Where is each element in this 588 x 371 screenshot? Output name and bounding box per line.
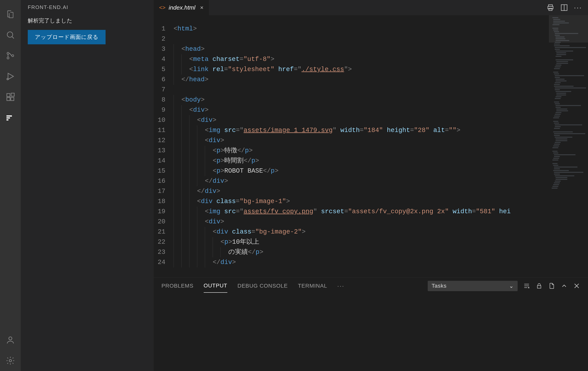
split-editor-icon[interactable] xyxy=(560,4,568,11)
extensions-icon[interactable] xyxy=(0,87,21,107)
svg-point-4 xyxy=(12,55,14,57)
more-actions-icon[interactable]: ··· xyxy=(574,3,582,12)
svg-point-14 xyxy=(9,337,12,340)
search-icon[interactable] xyxy=(0,25,21,45)
main-area: <> index.html × ··· 1<html>23<head>4<met… xyxy=(154,0,588,371)
clear-output-icon[interactable] xyxy=(523,282,530,289)
status-text: 解析完了しました xyxy=(28,14,147,30)
code-line[interactable]: 8<body> xyxy=(154,95,549,105)
tab-filename: index.html xyxy=(169,4,196,11)
code-line[interactable]: 19<img src="assets/fv_copy.png" srcset="… xyxy=(154,207,549,217)
svg-rect-12 xyxy=(6,117,10,119)
line-number: 18 xyxy=(154,196,172,207)
svg-rect-7 xyxy=(7,93,10,97)
svg-point-2 xyxy=(7,52,9,54)
line-number: 7 xyxy=(154,85,172,95)
svg-line-1 xyxy=(12,37,14,39)
line-number: 9 xyxy=(154,105,172,115)
output-channel-label: Tasks xyxy=(432,283,447,289)
code-line[interactable]: 9<div> xyxy=(154,105,549,115)
code-line[interactable]: 2 xyxy=(154,34,549,44)
tab-close-icon[interactable]: × xyxy=(199,4,203,11)
code-line[interactable]: 21<div class="bg-image-2"> xyxy=(154,227,549,237)
svg-rect-11 xyxy=(6,115,12,117)
line-number: 5 xyxy=(154,64,172,75)
code-line[interactable]: 3<head> xyxy=(154,44,549,54)
code-line[interactable]: 15<p>ROBOT BASE</p> xyxy=(154,166,549,176)
code-line[interactable]: 6</head> xyxy=(154,75,549,85)
line-number: 11 xyxy=(154,125,172,136)
settings-gear-icon[interactable] xyxy=(0,350,21,371)
back-to-upload-button[interactable]: アップロード画面に戻る xyxy=(28,30,105,44)
source-control-icon[interactable] xyxy=(0,45,21,66)
minimap[interactable] xyxy=(549,15,588,277)
editor-actions: ··· xyxy=(541,0,588,15)
line-number: 6 xyxy=(154,75,172,85)
html-file-icon: <> xyxy=(159,4,166,11)
line-number: 20 xyxy=(154,217,172,227)
tab-index-html[interactable]: <> index.html × xyxy=(154,0,209,15)
code-line[interactable]: 14<p>時間割</p> xyxy=(154,156,549,166)
sidebar-title: FRONT-END.AI xyxy=(21,0,154,14)
svg-rect-26 xyxy=(537,286,541,288)
bottom-panel: PROBLEMS OUTPUT DEBUG CONSOLE TERMINAL ·… xyxy=(154,277,588,371)
line-number: 12 xyxy=(154,136,172,146)
line-number: 14 xyxy=(154,156,172,166)
code-line[interactable]: 7 xyxy=(154,85,549,95)
run-debug-icon[interactable] xyxy=(0,66,21,87)
code-line[interactable]: 24</div> xyxy=(154,257,549,268)
activity-bar xyxy=(0,0,21,371)
svg-rect-9 xyxy=(11,97,14,100)
line-number: 24 xyxy=(154,257,172,268)
panel-tab-output[interactable]: OUTPUT xyxy=(204,279,227,293)
panel-tab-debug-console[interactable]: DEBUG CONSOLE xyxy=(238,279,288,292)
panel-more-icon[interactable]: ··· xyxy=(337,282,345,289)
line-number: 10 xyxy=(154,115,172,125)
svg-point-0 xyxy=(7,32,13,37)
code-line[interactable]: 20<div> xyxy=(154,217,549,227)
code-line[interactable]: 17</div> xyxy=(154,186,549,196)
line-number: 2 xyxy=(154,34,172,44)
line-number: 15 xyxy=(154,166,172,176)
print-icon[interactable] xyxy=(546,4,554,11)
line-number: 4 xyxy=(154,54,172,64)
svg-rect-13 xyxy=(6,119,8,120)
line-number: 8 xyxy=(154,95,172,105)
svg-point-6 xyxy=(7,78,8,80)
svg-rect-18 xyxy=(549,8,552,10)
explorer-icon[interactable] xyxy=(0,4,21,25)
close-panel-icon[interactable] xyxy=(573,282,580,289)
code-line[interactable]: 11<img src="assets/image_1_1479.svg" wid… xyxy=(154,125,549,136)
code-line[interactable]: 1<html> xyxy=(154,24,549,34)
line-number: 3 xyxy=(154,44,172,54)
code-line[interactable]: 10<div> xyxy=(154,115,549,125)
svg-point-3 xyxy=(7,57,9,59)
code-line[interactable]: 12<div> xyxy=(154,136,549,146)
line-number: 17 xyxy=(154,186,172,196)
code-line[interactable]: 16</div> xyxy=(154,176,549,186)
editor[interactable]: 1<html>23<head>4<meta charset="utf-8">5<… xyxy=(154,15,588,277)
line-number: 23 xyxy=(154,247,172,257)
code-line[interactable]: 23の実績</p> xyxy=(154,247,549,257)
panel-body xyxy=(154,294,588,371)
minimap-viewport[interactable] xyxy=(549,15,588,43)
chevron-up-icon[interactable] xyxy=(561,282,568,289)
code-line[interactable]: 13<p>特徴</p> xyxy=(154,146,549,156)
open-log-file-icon[interactable] xyxy=(548,282,555,289)
front-end-ai-icon[interactable] xyxy=(0,107,21,128)
code-line[interactable]: 18<div class="bg-image-1"> xyxy=(154,196,549,207)
code-line[interactable]: 22<p>10年以上 xyxy=(154,237,549,247)
line-number: 1 xyxy=(154,24,172,34)
panel-tab-problems[interactable]: PROBLEMS xyxy=(161,279,194,292)
panel-tab-terminal[interactable]: TERMINAL xyxy=(298,279,327,292)
lock-scroll-icon[interactable] xyxy=(536,282,543,289)
code-line[interactable]: 5<link rel="stylesheet" href="./style.cs… xyxy=(154,64,549,75)
line-number: 22 xyxy=(154,237,172,247)
tab-bar: <> index.html × ··· xyxy=(154,0,588,15)
line-number: 16 xyxy=(154,176,172,186)
code-line[interactable]: 4<meta charset="utf-8"> xyxy=(154,54,549,64)
account-icon[interactable] xyxy=(0,330,21,350)
line-number: 21 xyxy=(154,227,172,237)
svg-point-15 xyxy=(9,360,11,362)
output-channel-select[interactable]: Tasks ⌄ xyxy=(428,281,518,291)
